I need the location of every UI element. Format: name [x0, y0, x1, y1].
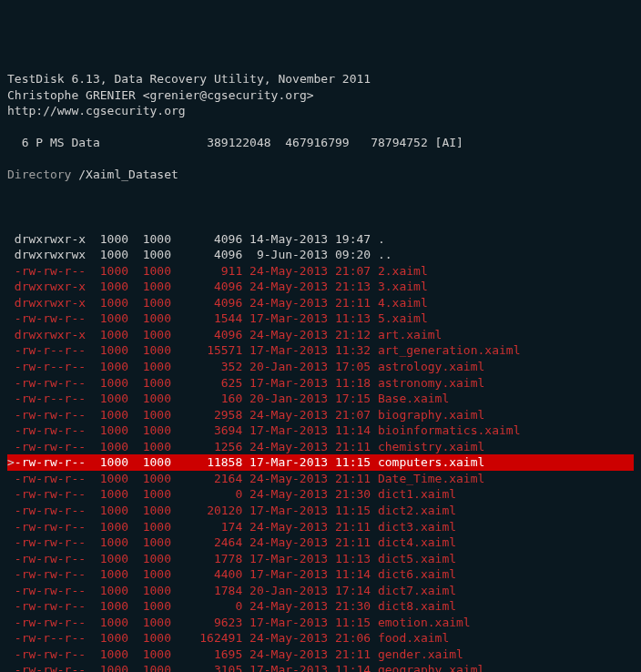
file-row[interactable]: -rw-rw-r--10001000369417-Mar-201311:14bi… — [7, 423, 634, 439]
file-time: 11:18 — [328, 375, 371, 392]
file-gid: 1000 — [128, 486, 171, 503]
file-row[interactable]: -rw-rw-r--10001000310517-Mar-201311:14ge… — [7, 662, 634, 672]
file-perms: -rw-rw-r-- — [15, 662, 86, 672]
file-date: 17-Mar-2013 — [242, 551, 328, 567]
file-uid: 1000 — [86, 407, 128, 423]
file-row[interactable]: -rw-rw-r--10001000246424-May-201321:11di… — [7, 535, 634, 551]
file-date: 20-Jan-2013 — [242, 359, 328, 375]
file-gid: 1000 — [128, 327, 171, 343]
row-cursor — [7, 504, 15, 517]
file-name: art_generation.xaiml — [371, 342, 520, 359]
file-row[interactable]: -rw-r--r--1000100016020-Jan-201317:15Bas… — [7, 391, 634, 407]
file-name: . — [371, 231, 385, 248]
file-size: 2958 — [171, 407, 242, 423]
row-cursor — [7, 552, 15, 565]
file-gid: 1000 — [128, 662, 171, 672]
file-row[interactable]: drwxrwxr-x10001000409614-May-201319:47. — [7, 231, 634, 248]
file-perms: drwxrwxr-x — [15, 327, 86, 343]
file-size: 4096 — [171, 231, 242, 248]
file-name: astrology.xaiml — [371, 359, 484, 375]
file-gid: 1000 — [128, 311, 171, 327]
row-cursor — [7, 663, 15, 672]
row-cursor — [7, 343, 15, 357]
file-uid: 1000 — [86, 566, 128, 583]
file-gid: 1000 — [128, 503, 171, 519]
file-size: 4096 — [171, 279, 242, 295]
file-size: 352 — [171, 359, 242, 375]
file-row[interactable]: -rw-rw-r--1000100091124-May-201321:072.x… — [7, 263, 634, 280]
file-date: 17-Mar-2013 — [242, 503, 328, 519]
file-uid: 1000 — [86, 327, 128, 343]
row-cursor — [7, 440, 15, 453]
file-row[interactable]: -rw-rw-r--10001000295824-May-201321:07bi… — [7, 407, 634, 423]
file-perms: -rw-r--r-- — [15, 630, 86, 647]
file-uid: 1000 — [86, 630, 128, 647]
file-name: food.xaiml — [371, 630, 449, 647]
file-row[interactable]: -rw-r--r--1000100016249124-May-201321:06… — [7, 630, 634, 647]
file-perms: -rw-rw-r-- — [15, 583, 86, 599]
file-row[interactable]: drwxrwxr-x10001000409624-May-201321:133.… — [7, 279, 634, 295]
file-row[interactable]: -rw-rw-r--1000100017424-May-201321:11dic… — [7, 519, 634, 535]
file-date: 24-May-2013 — [242, 630, 328, 647]
file-gid: 1000 — [128, 342, 171, 359]
file-name: gender.xaiml — [371, 647, 463, 663]
file-list[interactable]: drwxrwxr-x10001000409614-May-201319:47. … — [7, 231, 634, 672]
file-name: art.xaiml — [371, 327, 442, 343]
file-time: 11:32 — [328, 342, 371, 359]
file-time: 21:13 — [328, 279, 371, 295]
file-name: .. — [371, 247, 392, 263]
file-time: 11:14 — [328, 423, 371, 439]
file-uid: 1000 — [86, 359, 128, 375]
file-row[interactable]: -rw-rw-r--10001000024-May-201321:30dict1… — [7, 486, 634, 503]
file-row[interactable]: drwxrwxr-x10001000409624-May-201321:114.… — [7, 295, 634, 311]
file-name: computers.xaiml — [371, 454, 484, 471]
file-row[interactable]: -rw-rw-r--10001000125624-May-201321:11ch… — [7, 439, 634, 455]
file-name: dict3.xaiml — [371, 519, 456, 535]
file-row[interactable]: >-rw-rw-r--100010001185817-Mar-201311:15… — [7, 454, 634, 471]
file-row[interactable]: drwxrwxr-x10001000409624-May-201321:12ar… — [7, 327, 634, 343]
file-date: 24-May-2013 — [242, 327, 328, 343]
row-cursor — [7, 328, 15, 341]
file-row[interactable]: -rw-rw-r--10001000154417-Mar-201311:135.… — [7, 311, 634, 327]
file-row[interactable]: -rw-r--r--100010001557117-Mar-201311:32a… — [7, 342, 634, 359]
row-cursor — [7, 616, 15, 629]
file-row[interactable]: -rw-rw-r--10001000024-May-201321:30dict8… — [7, 598, 634, 615]
file-row[interactable]: -rw-rw-r--1000100062517-Mar-201311:18ast… — [7, 375, 634, 392]
file-gid: 1000 — [128, 391, 171, 407]
file-time: 21:07 — [328, 263, 371, 280]
file-date: 17-Mar-2013 — [242, 375, 328, 392]
file-perms: -rw-rw-r-- — [15, 503, 86, 519]
file-perms: -rw-r--r-- — [15, 342, 86, 359]
file-row[interactable]: -rw-r--r--1000100035220-Jan-201317:05ast… — [7, 359, 634, 375]
file-size: 4096 — [171, 327, 242, 343]
file-row[interactable]: -rw-rw-r--10001000216424-May-201321:11Da… — [7, 471, 634, 487]
file-row[interactable]: -rw-rw-r--100010002012017-Mar-201311:15d… — [7, 503, 634, 519]
header-line2: Christophe GRENIER <grenier@cgsecurity.o… — [7, 88, 314, 102]
file-time: 11:13 — [328, 551, 371, 567]
file-row[interactable]: -rw-rw-r--10001000169524-May-201321:11ge… — [7, 647, 634, 663]
file-size: 4096 — [171, 295, 242, 311]
file-date: 17-Mar-2013 — [242, 454, 328, 471]
file-uid: 1000 — [86, 454, 128, 471]
file-size: 9623 — [171, 615, 242, 631]
row-cursor — [7, 584, 15, 597]
row-cursor — [7, 631, 15, 645]
file-row[interactable]: -rw-rw-r--10001000962317-Mar-201311:15em… — [7, 615, 634, 631]
file-date: 24-May-2013 — [242, 471, 328, 487]
header-line3: http://www.cgsecurity.org — [7, 104, 186, 117]
file-uid: 1000 — [86, 551, 128, 567]
file-gid: 1000 — [128, 423, 171, 439]
file-row[interactable]: -rw-rw-r--10001000178420-Jan-201317:14di… — [7, 583, 634, 599]
file-name: chemistry.xaiml — [371, 439, 484, 455]
file-uid: 1000 — [86, 535, 128, 551]
file-size: 1784 — [171, 583, 242, 599]
file-uid: 1000 — [86, 598, 128, 615]
directory-line: Directory /Xaiml_Dataset — [7, 167, 634, 183]
file-perms: -rw-r--r-- — [15, 391, 86, 407]
file-row[interactable]: -rw-rw-r--10001000440017-Mar-201311:14di… — [7, 566, 634, 583]
blank-line — [7, 199, 634, 216]
file-row[interactable]: -rw-rw-r--10001000177817-Mar-201311:13di… — [7, 551, 634, 567]
file-date: 24-May-2013 — [242, 598, 328, 615]
file-gid: 1000 — [128, 375, 171, 392]
file-row[interactable]: drwxrwxrwx100010004096 9-Jun-201309:20.. — [7, 247, 634, 263]
